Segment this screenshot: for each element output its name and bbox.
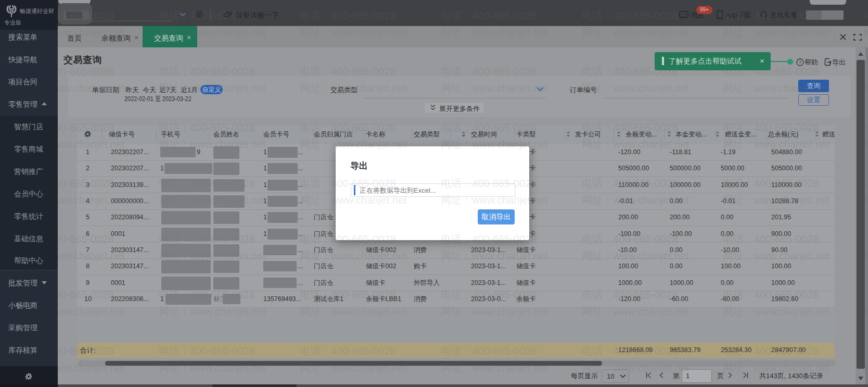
svg-text:?: ? [799,60,801,65]
